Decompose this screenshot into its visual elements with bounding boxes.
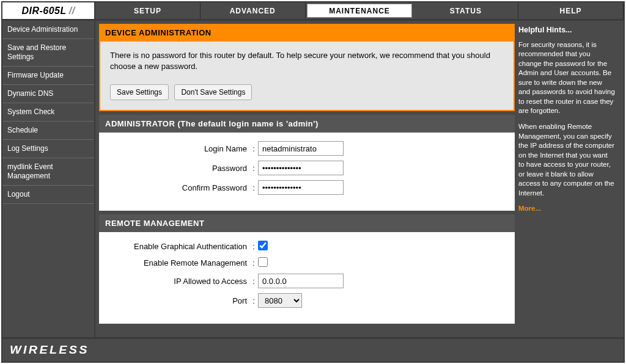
select-port[interactable]: 8080 bbox=[258, 293, 302, 308]
remote-form: Enable Graphical Authentication : Enable… bbox=[99, 232, 515, 324]
row-port: Port : 8080 bbox=[109, 293, 505, 308]
colon-icon: : bbox=[249, 258, 258, 268]
panel-title-gray: REMOTE MANAGEMENT bbox=[99, 214, 515, 232]
sidebar-item-label: System Check bbox=[7, 107, 54, 116]
model-badge: DIR-605L // bbox=[2, 2, 95, 19]
colon-icon: : bbox=[249, 164, 258, 173]
tab-bar: SETUP ADVANCED MAINTENANCE STATUS HELP bbox=[95, 2, 624, 19]
label-password: Password bbox=[109, 164, 249, 173]
sidebar-item-label: Save and Restore Settings bbox=[7, 43, 66, 61]
sidebar-item-label: Dynamic DNS bbox=[7, 89, 53, 98]
dont-save-settings-button[interactable]: Don't Save Settings bbox=[174, 84, 252, 100]
sidebar-item-label: mydlink Event Management bbox=[7, 162, 53, 180]
sidebar-item-label: Log Settings bbox=[7, 144, 48, 153]
label-ip-allowed: IP Allowed to Access bbox=[109, 277, 249, 286]
tab-label: MAINTENANCE bbox=[329, 7, 390, 15]
sidebar-item-device-administration[interactable]: Device Administration bbox=[2, 21, 94, 39]
model-slashes-icon: // bbox=[69, 5, 75, 16]
tab-label: ADVANCED bbox=[230, 7, 276, 15]
top-bar: DIR-605L // SETUP ADVANCED MAINTENANCE S… bbox=[2, 2, 624, 21]
panel-title-orange: DEVICE ADMINISTRATION bbox=[99, 24, 515, 42]
button-label: Save Settings bbox=[117, 88, 162, 96]
app-frame: DIR-605L // SETUP ADVANCED MAINTENANCE S… bbox=[1, 1, 625, 363]
hints-title: Helpful Hints... bbox=[518, 25, 615, 35]
panel-title-text: ADMINISTRATOR (The default login name is… bbox=[105, 119, 319, 128]
label-graphical-auth: Enable Graphical Authentication bbox=[109, 242, 249, 251]
tab-status[interactable]: STATUS bbox=[413, 2, 518, 19]
sidebar-item-save-restore[interactable]: Save and Restore Settings bbox=[2, 39, 94, 67]
sidebar-item-mydlink-event[interactable]: mydlink Event Management bbox=[2, 158, 94, 186]
hints-paragraph-2: When enabling Remote Management, you can… bbox=[518, 122, 615, 198]
sidebar-item-label: Device Administration bbox=[7, 25, 78, 34]
checkbox-graphical-auth[interactable] bbox=[258, 241, 268, 250]
tab-maintenance[interactable]: MAINTENANCE bbox=[307, 4, 413, 18]
sidebar-item-log-settings[interactable]: Log Settings bbox=[2, 140, 94, 158]
main-area: DEVICE ADMINISTRATION There is no passwo… bbox=[95, 21, 624, 337]
sidebar-item-label: Schedule bbox=[7, 126, 38, 134]
row-ip-allowed: IP Allowed to Access : bbox=[109, 274, 505, 288]
tab-label: SETUP bbox=[134, 7, 161, 15]
tab-advanced[interactable]: ADVANCED bbox=[201, 2, 306, 19]
colon-icon: : bbox=[249, 277, 258, 286]
panel-alert-body: There is no password for this router by … bbox=[99, 42, 515, 111]
hints-panel: Helpful Hints... For security reasons, i… bbox=[518, 24, 615, 334]
tab-help[interactable]: HELP bbox=[518, 2, 624, 19]
input-login-name[interactable] bbox=[258, 141, 344, 156]
label-login-name: Login Name bbox=[109, 144, 249, 153]
sidebar-item-firmware-update[interactable]: Firmware Update bbox=[2, 67, 94, 85]
row-remote-mgmt: Enable Remote Management : bbox=[109, 257, 505, 269]
row-password: Password : bbox=[109, 161, 505, 175]
footer-bar: WIRELESS bbox=[2, 337, 624, 362]
input-ip-allowed[interactable] bbox=[258, 274, 344, 288]
button-label: Don't Save Settings bbox=[181, 88, 245, 96]
sidebar-item-label: Firmware Update bbox=[7, 71, 64, 79]
hints-paragraph-1: For security reasons, it is recommended … bbox=[518, 40, 615, 116]
panel-title-gray: ADMINISTRATOR (The default login name is… bbox=[99, 115, 515, 133]
panel-title-text: DEVICE ADMINISTRATION bbox=[105, 28, 212, 37]
panel-title-text: REMOTE MANAGEMENT bbox=[105, 219, 204, 228]
sidebar-item-dynamic-dns[interactable]: Dynamic DNS bbox=[2, 85, 94, 103]
colon-icon: : bbox=[249, 296, 258, 305]
panel-device-administration: DEVICE ADMINISTRATION There is no passwo… bbox=[99, 24, 515, 111]
row-graphical-auth: Enable Graphical Authentication : bbox=[109, 241, 505, 252]
checkbox-remote-mgmt[interactable] bbox=[258, 257, 268, 267]
row-confirm-password: Confirm Password : bbox=[109, 180, 505, 195]
label-confirm-password: Confirm Password bbox=[109, 183, 249, 192]
content-column: DEVICE ADMINISTRATION There is no passwo… bbox=[99, 24, 515, 334]
footer-brand: WIRELESS bbox=[10, 344, 89, 357]
save-settings-button[interactable]: Save Settings bbox=[110, 84, 169, 100]
sidebar-item-system-check[interactable]: System Check bbox=[2, 103, 94, 122]
colon-icon: : bbox=[249, 242, 258, 251]
hints-more-link[interactable]: More... bbox=[518, 205, 541, 212]
sidebar-item-schedule[interactable]: Schedule bbox=[2, 122, 94, 140]
colon-icon: : bbox=[249, 183, 258, 192]
admin-form: Login Name : Password : Confirm Password… bbox=[99, 133, 515, 211]
label-port: Port bbox=[109, 296, 249, 305]
model-label: DIR-605L bbox=[21, 5, 66, 16]
mid-row: Device Administration Save and Restore S… bbox=[2, 21, 624, 337]
row-login-name: Login Name : bbox=[109, 141, 505, 156]
sidebar: Device Administration Save and Restore S… bbox=[2, 21, 95, 337]
panel-remote-management: REMOTE MANAGEMENT Enable Graphical Authe… bbox=[99, 214, 515, 324]
colon-icon: : bbox=[249, 144, 258, 153]
sidebar-item-label: Logout bbox=[7, 190, 30, 198]
label-remote-mgmt: Enable Remote Management bbox=[109, 258, 249, 268]
tab-label: HELP bbox=[560, 7, 582, 15]
panel-administrator: ADMINISTRATOR (The default login name is… bbox=[99, 115, 515, 211]
input-password[interactable] bbox=[258, 161, 344, 175]
tab-label: STATUS bbox=[450, 7, 482, 15]
tab-setup[interactable]: SETUP bbox=[95, 2, 201, 19]
sidebar-item-logout[interactable]: Logout bbox=[2, 186, 94, 204]
alert-message: There is no password for this router by … bbox=[110, 50, 504, 72]
input-confirm-password[interactable] bbox=[258, 180, 344, 195]
